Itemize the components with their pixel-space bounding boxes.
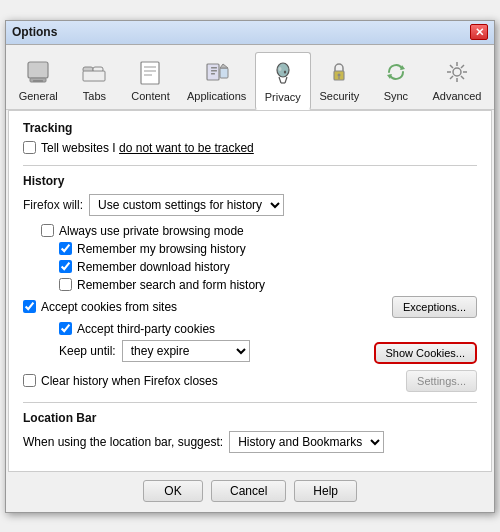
accept-cookies-checkbox[interactable]: [23, 300, 36, 313]
tab-security-label: Security: [319, 90, 359, 102]
location-bar-title: Location Bar: [23, 411, 477, 425]
svg-line-35: [450, 76, 453, 79]
svg-point-17: [278, 67, 281, 71]
divider-2: [23, 402, 477, 403]
content-icon: [134, 56, 166, 88]
ok-button[interactable]: OK: [143, 480, 203, 502]
tab-advanced[interactable]: Advanced: [424, 51, 490, 109]
svg-rect-5: [83, 71, 105, 81]
cancel-button[interactable]: Cancel: [211, 480, 286, 502]
divider-1: [23, 165, 477, 166]
accept-cookies-row: Accept cookies from sites Exceptions...: [23, 296, 477, 318]
location-bar-suggest-row: When using the location bar, suggest: Hi…: [23, 431, 477, 453]
svg-rect-0: [28, 62, 48, 78]
svg-marker-15: [220, 64, 228, 68]
remember-download-checkbox[interactable]: [59, 260, 72, 273]
third-party-label: Accept third-party cookies: [77, 322, 215, 336]
do-not-track-checkbox[interactable]: [23, 141, 36, 154]
tracking-section: Tracking Tell websites I do not want to …: [23, 121, 477, 155]
remember-browsing-checkbox[interactable]: [59, 242, 72, 255]
toolbar: General Tabs Content Applications Privac…: [6, 45, 494, 110]
remember-search-checkbox[interactable]: [59, 278, 72, 291]
always-private-label: Always use private browsing mode: [59, 224, 244, 238]
tracking-title: Tracking: [23, 121, 477, 135]
accept-cookies-checkbox-row: Accept cookies from sites: [23, 300, 177, 314]
privacy-icon: [267, 57, 299, 89]
settings-button[interactable]: Settings...: [406, 370, 477, 392]
third-party-row: Accept third-party cookies: [59, 322, 477, 336]
tab-general-label: General: [19, 90, 58, 102]
content-panel: Tracking Tell websites I do not want to …: [8, 110, 492, 472]
options-dialog: Options ✕ General Tabs Content Appl: [5, 20, 495, 513]
svg-line-19: [279, 77, 281, 83]
keep-until-dropdown[interactable]: they expire I close Firefox ask me every…: [122, 340, 250, 362]
svg-line-34: [461, 65, 464, 68]
clear-history-label: Clear history when Firefox closes: [41, 374, 218, 388]
tab-advanced-label: Advanced: [432, 90, 481, 102]
remember-search-row: Remember search and form history: [59, 278, 477, 292]
remember-download-label: Remember download history: [77, 260, 230, 274]
dialog-buttons: OK Cancel Help: [6, 472, 494, 512]
clear-history-checkbox-row: Clear history when Firefox closes: [23, 374, 218, 388]
tab-applications[interactable]: Applications: [178, 51, 254, 109]
tab-content-label: Content: [131, 90, 170, 102]
tab-general[interactable]: General: [10, 51, 66, 109]
tab-sync[interactable]: Sync: [368, 51, 424, 109]
svg-rect-12: [211, 70, 217, 72]
always-private-row: Always use private browsing mode: [41, 224, 477, 238]
svg-line-20: [285, 77, 287, 83]
advanced-icon: [441, 56, 473, 88]
applications-icon: [201, 56, 233, 88]
keep-until-row: Keep until: they expire I close Firefox …: [23, 340, 477, 366]
show-cookies-button[interactable]: Show Cookies...: [374, 342, 477, 364]
sync-icon: [380, 56, 412, 88]
location-bar-label: When using the location bar, suggest:: [23, 435, 223, 449]
tab-tabs[interactable]: Tabs: [66, 51, 122, 109]
svg-line-33: [461, 76, 464, 79]
remember-search-label: Remember search and form history: [77, 278, 265, 292]
accept-cookies-label: Accept cookies from sites: [41, 300, 177, 314]
svg-line-32: [450, 65, 453, 68]
firefox-will-dropdown[interactable]: Remember history Never remember history …: [89, 194, 284, 216]
help-button[interactable]: Help: [294, 480, 357, 502]
svg-rect-2: [33, 80, 43, 82]
tab-sync-label: Sync: [384, 90, 408, 102]
firefox-will-label: Firefox will:: [23, 198, 83, 212]
tab-security[interactable]: Security: [311, 51, 368, 109]
clear-history-row: Clear history when Firefox closes Settin…: [23, 370, 477, 392]
always-private-checkbox[interactable]: [41, 224, 54, 237]
svg-rect-6: [141, 62, 159, 84]
tracking-checkbox-row: Tell websites I do not want to be tracke…: [23, 141, 477, 155]
svg-rect-13: [211, 73, 215, 75]
history-section: History Firefox will: Remember history N…: [23, 174, 477, 392]
keep-until-inner: Keep until: they expire I close Firefox …: [59, 340, 250, 362]
svg-point-18: [284, 70, 286, 73]
general-icon: [22, 56, 54, 88]
tab-applications-label: Applications: [187, 90, 246, 102]
tab-privacy[interactable]: Privacy: [255, 52, 311, 110]
svg-rect-14: [220, 68, 228, 78]
clear-history-checkbox[interactable]: [23, 374, 36, 387]
history-title: History: [23, 174, 477, 188]
remember-browsing-row: Remember my browsing history: [59, 242, 477, 256]
title-bar: Options ✕: [6, 21, 494, 45]
do-not-track-label: Tell websites I do not want to be tracke…: [41, 141, 254, 155]
exceptions-button[interactable]: Exceptions...: [392, 296, 477, 318]
tab-tabs-label: Tabs: [83, 90, 106, 102]
remember-browsing-label: Remember my browsing history: [77, 242, 246, 256]
security-icon: [323, 56, 355, 88]
do-not-track-underline: do not want to be tracked: [119, 141, 254, 155]
tabs-icon: [78, 56, 110, 88]
location-bar-dropdown[interactable]: History and Bookmarks History Bookmarks …: [229, 431, 384, 453]
svg-rect-10: [207, 64, 219, 80]
close-button[interactable]: ✕: [470, 24, 488, 40]
third-party-checkbox[interactable]: [59, 322, 72, 335]
window-title: Options: [12, 25, 57, 39]
svg-rect-11: [211, 67, 217, 69]
svg-point-27: [453, 68, 461, 76]
keep-until-label: Keep until:: [59, 344, 116, 358]
tab-content[interactable]: Content: [122, 51, 178, 109]
svg-point-23: [338, 73, 341, 76]
location-bar-section: Location Bar When using the location bar…: [23, 411, 477, 453]
remember-download-row: Remember download history: [59, 260, 477, 274]
